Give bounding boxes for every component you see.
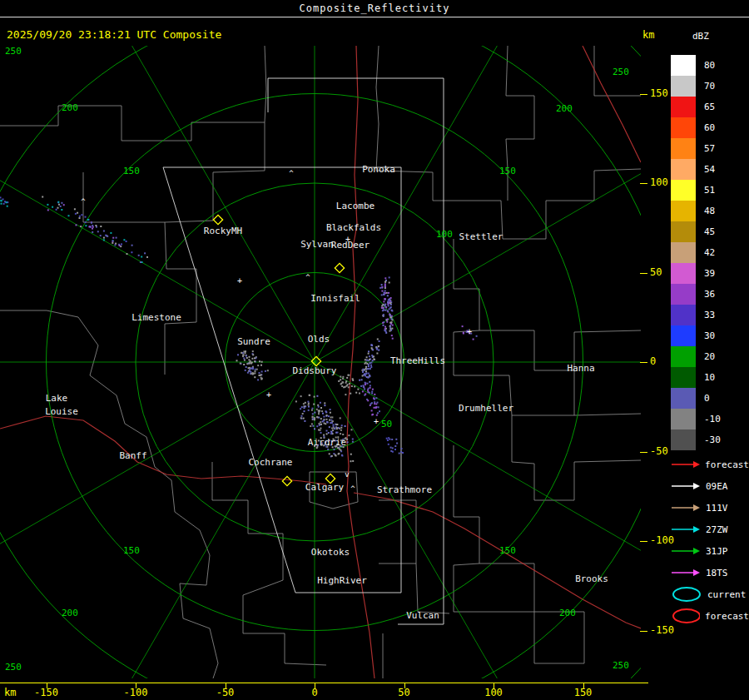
colorbar-value-label: 42 — [704, 247, 715, 258]
colorbar-value-label: 10 — [704, 372, 715, 383]
echo-pixel — [92, 228, 93, 230]
echo-pixel — [92, 226, 94, 228]
echo-pixel — [318, 406, 320, 408]
echo-pixel — [326, 430, 328, 432]
echo-pixel — [304, 405, 305, 407]
echo-pixel — [97, 231, 99, 232]
colorbar-level: 65 — [671, 97, 749, 117]
ring-distance-label: 100 — [436, 229, 453, 240]
echo-pixel — [385, 306, 387, 308]
echo-pixel — [47, 204, 48, 206]
echo-pixel — [332, 429, 334, 431]
echo-pixel — [340, 379, 341, 380]
echo-pixel — [68, 215, 70, 216]
echo-pixel — [384, 298, 385, 300]
echo-pixel — [370, 405, 371, 406]
city-label: Olds — [308, 334, 330, 345]
echo-pixel — [368, 388, 370, 390]
echo-pixel — [388, 305, 389, 306]
city-label: Strathmore — [377, 484, 432, 495]
echo-pixel — [382, 310, 384, 311]
echo-pixel — [329, 453, 330, 454]
colorbar-value-label: 20 — [704, 351, 715, 362]
echo-pixel — [400, 451, 402, 453]
city-label: Lacombe — [336, 201, 374, 211]
echo-pixel — [354, 385, 355, 387]
colorbar-value-label: 80 — [704, 60, 715, 71]
window-title: Composite_Reflectivity — [300, 2, 450, 14]
echo-pixel — [336, 424, 338, 425]
radar-site-diamond-icon — [282, 476, 291, 485]
city-label: Brooks — [575, 573, 608, 584]
echo-pixel — [326, 419, 328, 420]
city-label: Okotoks — [311, 547, 350, 558]
echo-pixel — [316, 416, 318, 418]
echo-pixel — [316, 409, 318, 410]
echo-pixel — [384, 287, 386, 289]
station-caret-marker: ^ — [289, 169, 294, 177]
echo-pixel — [313, 404, 315, 405]
echo-pixel — [80, 226, 82, 227]
echo-pixel — [359, 380, 360, 381]
echo-pixel — [381, 294, 383, 295]
echo-pixel — [389, 300, 391, 301]
echo-pixel — [312, 408, 314, 410]
echo-pixel — [335, 454, 336, 456]
y-axis-unit-label: km — [642, 29, 654, 41]
echo-pixel — [141, 256, 142, 258]
x-axis-tick-label: 100 — [475, 687, 512, 698]
echo-pixel — [144, 252, 146, 254]
station-caret-marker: ^ — [81, 197, 86, 206]
colorbar-level: 48 — [671, 201, 749, 221]
echo-pixel — [391, 310, 393, 311]
echo-pixel — [308, 410, 310, 411]
echo-pixel — [386, 438, 388, 439]
echo-pixel — [364, 373, 365, 375]
echo-pixel — [394, 449, 396, 450]
echo-pixel — [330, 409, 331, 410]
echo-pixel — [316, 395, 318, 397]
colorbar-level: 33 — [671, 305, 749, 325]
echo-pixel — [100, 226, 102, 227]
echo-pixel — [243, 354, 245, 355]
echo-pixel — [384, 280, 386, 282]
echo-pixel — [389, 276, 390, 278]
azimuth-line — [82, 362, 315, 678]
echo-pixel — [374, 394, 375, 395]
city-label: Cochrane — [249, 457, 293, 468]
echo-pixel — [304, 420, 305, 422]
echo-pixel — [252, 354, 254, 355]
echo-pixel — [384, 292, 386, 294]
echo-pixel — [116, 237, 117, 239]
echo-pixel — [392, 447, 394, 449]
echo-pixel — [374, 403, 375, 405]
colorbar-level: 42 — [671, 242, 749, 263]
track-arrow-icon — [671, 503, 701, 513]
echo-pixel — [382, 322, 384, 324]
echo-pixel — [85, 221, 87, 223]
echo-pixel — [373, 355, 374, 357]
county-boundary-line — [0, 310, 78, 317]
echo-pixel — [307, 401, 309, 403]
x-axis-tick-label: -100 — [117, 687, 154, 698]
colorbar-level: 80 — [671, 55, 749, 76]
county-boundary-line — [376, 46, 379, 171]
y-axis-tick-label: 50 — [650, 266, 662, 278]
legend-label: 111V — [706, 503, 728, 514]
colorbar-level: 70 — [671, 76, 749, 97]
echo-pixel — [340, 429, 342, 431]
x-axis-line — [0, 683, 648, 683]
ring-distance-label: 150 — [123, 545, 140, 556]
echo-pixel — [301, 406, 303, 408]
station-vee-marker: v — [345, 470, 349, 479]
echo-pixel — [378, 345, 379, 347]
echo-pixel — [331, 428, 333, 429]
echo-pixel — [368, 350, 370, 352]
track-arrow-icon — [671, 568, 701, 578]
echo-pixel — [254, 376, 255, 378]
echo-pixel — [246, 355, 247, 357]
echo-pixel — [384, 290, 386, 292]
echo-pixel — [357, 389, 359, 390]
echo-pixel — [81, 214, 82, 216]
echo-pixel — [367, 368, 369, 370]
